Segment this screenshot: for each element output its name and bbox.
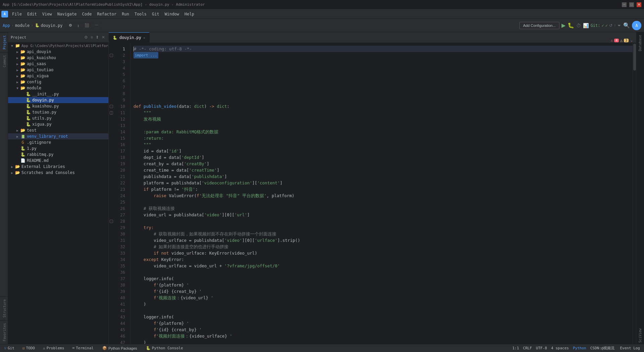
commit-tab[interactable]: Commit [0,52,8,70]
menu-edit[interactable]: Edit [24,10,40,18]
code-area[interactable]: # -*- coding: utf-8 -*- import ... def p… [131,43,633,344]
project-tab[interactable]: Project [0,32,8,52]
code-line-35[interactable]: video_urlface = video_url + '?vframe/jpg… [133,263,633,269]
code-line-46[interactable]: f'视频封面连接：{video_urlface} ' [133,333,633,339]
code-line-39[interactable]: f'{id} {creat_by} ' [133,288,633,295]
fold-marker-11[interactable]: | [110,111,113,115]
sciview-tab[interactable]: SciView [638,327,642,344]
tree-item-config[interactable]: ▶ 📂 config [8,79,108,85]
code-line-47[interactable]: ) [133,339,633,344]
gutter-11[interactable]: | [109,109,114,116]
code-line-17[interactable]: id = data['id'] [133,148,633,154]
add-config-button[interactable]: Add Configuration... [519,22,559,29]
code-line-19[interactable]: creat_by = data['creatBy'] [133,161,633,167]
maximize-button[interactable]: □ [629,2,634,7]
code-line-2[interactable]: import ... [133,52,633,58]
code-line-31[interactable]: video_urlface = publishdata['video'][0][… [133,237,633,244]
tree-item-init[interactable]: 🐍 __init__.py [8,91,108,97]
sidebar-settings-btn[interactable]: ⚙ [84,34,89,40]
sidebar-collapse-btn[interactable]: ⬆ [95,34,100,40]
breadcrumb-app[interactable]: App [3,23,10,28]
code-line-41[interactable]: ) [133,301,633,307]
editor-scrollbar[interactable] [633,43,636,344]
code-line-45[interactable]: f'{id} {creat_by} ' [133,326,633,333]
code-line-1[interactable]: # -*- coding: utf-8 -*- [133,46,633,52]
tree-item-xigua[interactable]: 🐍 xigua.py [8,121,108,127]
code-line-24[interactable]: raise ValueError(f'无法处理非 "抖音" 平台的数据', pl… [133,192,633,199]
code-line-14[interactable]: :param data: RabbitMQ格式的数据 [133,129,633,135]
gutter-29[interactable]: - [109,218,114,224]
code-line-7[interactable] [133,84,633,90]
gutter-2[interactable]: - [109,52,114,58]
tree-item-1py[interactable]: 🐍 1.py [8,145,108,151]
code-line-38[interactable]: f'{platform} ' [133,282,633,288]
fold-import[interactable]: import ... [133,52,158,58]
code-line-6[interactable] [133,78,633,84]
tree-item-api-douyin[interactable]: ▶ 📂 api_douyin [8,49,108,55]
language[interactable]: Python [573,346,586,350]
code-line-3[interactable] [133,58,633,65]
tree-item-scratches[interactable]: ▶ 📂 Scratches and Consoles [8,170,108,176]
sidebar-layout-btn[interactable]: ≡ [90,34,94,40]
window-controls[interactable]: ─ □ ✕ [622,2,641,7]
code-line-43[interactable]: logger.info( [133,314,633,320]
tree-item-douyin[interactable]: 🐍 douyin.py [8,97,108,103]
menu-window[interactable]: Window [162,10,182,18]
code-line-42[interactable] [133,307,633,314]
minimize-button[interactable]: ─ [622,2,627,7]
gutter-10[interactable]: - [109,103,114,109]
tree-item-kuaishou[interactable]: 🐍 kuaishou.py [8,103,108,109]
editor-tab-douyin[interactable]: 🐍 douyin.py ✕ [109,32,150,43]
code-line-5[interactable] [133,71,633,78]
profile-button[interactable]: ⏱ [576,23,581,28]
fold-marker-2[interactable]: - [110,54,113,57]
code-line-10[interactable]: def publish_video(data: dict) -> dict: [133,103,633,109]
structure-tab[interactable]: Structure [0,296,8,320]
code-line-25[interactable] [133,199,633,205]
code-line-21[interactable]: publishdata = data['publishdata'] [133,173,633,180]
code-line-36[interactable] [133,269,633,275]
code-line-34[interactable]: except KeyError: [133,256,633,263]
sidebar-close-btn[interactable]: ✕ [101,34,106,40]
code-line-12[interactable]: 发布视频 [133,116,633,122]
toolbar-expand-btn[interactable]: ⬛ [83,22,91,29]
code-line-27[interactable]: video_url = publishdata['video'][0]['url… [133,212,633,218]
code-line-22[interactable]: platform = publishdata['videoconfigurati… [133,180,633,186]
code-line-28[interactable] [133,218,633,224]
menu-git[interactable]: Git [149,10,162,18]
code-line-18[interactable]: dept_id = data['deptId'] [133,154,633,161]
terminal-btn[interactable]: ⌨ Terminal [71,345,95,351]
menu-navigate[interactable]: Navigate [55,10,79,18]
menu-help[interactable]: Help [182,10,197,18]
code-line-32[interactable]: # 如果封面连接是空的也进行手动拼接 [133,244,633,250]
python-packages-btn[interactable]: 📦 Python Packages [100,345,139,351]
code-line-16[interactable]: """ [133,141,633,148]
fold-marker-10[interactable]: - [110,105,113,108]
favorites-tab[interactable]: Favorites [0,320,8,344]
tree-item-root[interactable]: ▼ 📁 App G:\Codes\Python\Projects\AllPlat… [8,43,108,49]
debug-button[interactable]: 🐛 [568,22,574,29]
code-line-4[interactable] [133,65,633,71]
tree-item-utils[interactable]: 🐍 utils.py [8,115,108,121]
tree-item-readme[interactable]: 📄 README.md [8,158,108,164]
tree-item-external-libs[interactable]: ▶ 📂 External Libraries [8,164,108,170]
code-line-44[interactable]: f'{platform} ' [133,320,633,326]
git-push-btn[interactable]: ↑ [614,23,616,28]
tree-item-api-kuaishou[interactable]: ▶ 📂 api_kuaishou [8,55,108,61]
menu-view[interactable]: View [40,10,55,18]
python-console-btn[interactable]: 🐍 Python Console [145,345,184,351]
tree-item-api-toutiao[interactable]: ▶ 📂 api_toutiao [8,67,108,73]
todo-btn[interactable]: ☑ TODO [21,345,36,351]
menu-run[interactable]: Run [119,10,132,18]
git-update-btn[interactable]: ↺ [609,23,612,28]
tree-item-rabbitmq[interactable]: 🐍 rabbitmq.py [8,151,108,158]
code-line-11[interactable]: """ [133,109,633,116]
fold-marker-29[interactable]: - [110,220,113,223]
expand-errors-btn[interactable]: ⌄ [630,38,633,43]
toolbar-settings-btn[interactable]: ⚙ [67,22,74,29]
scrollbar-thumb[interactable] [633,44,636,71]
tree-item-gitignore[interactable]: G .gitignore [8,139,108,145]
breadcrumb-module[interactable]: module [15,23,30,28]
coverage-button[interactable]: 📊 [583,23,589,28]
code-line-37[interactable]: logger.info( [133,275,633,282]
